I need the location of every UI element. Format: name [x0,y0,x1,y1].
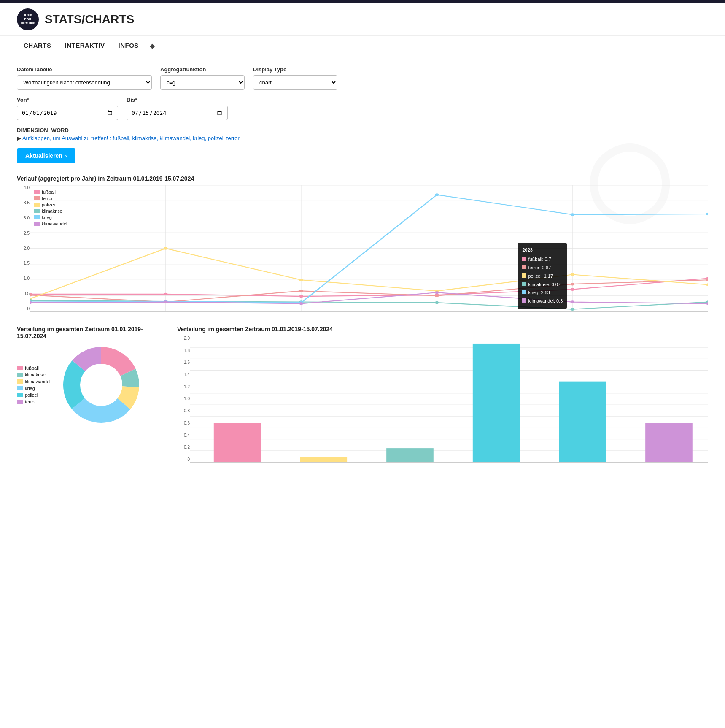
svg-point-47 [435,291,439,294]
expand-suffix: , um Auswahl zu treffen! : [50,135,111,141]
display-label: Display Type [253,66,337,73]
svg-point-41 [435,193,439,196]
bar-krieg [473,344,520,462]
header: RISEFORFUTURE STATS/CHARTS [0,3,725,36]
aggregat-select[interactable]: avg sum count min max [160,75,245,90]
update-button[interactable]: Aktualisieren › [17,148,75,163]
donut-legend-krieg: krieg [17,386,51,391]
bar-polizei [559,382,606,462]
line-chart-section: Verlauf (aggregiert pro Jahr) im Zeitrau… [17,175,708,313]
donut-legend: fußball klimakrise klimawandel krieg pol [17,365,51,404]
legend-fussball: fußball [34,189,67,195]
form-row-1: Daten/Tabelle Worthäufigkeit Nachrichten… [17,66,708,90]
logo-text: RISEFORFUTURE [21,14,35,26]
donut-title: Verteilung im gesamten Zeitraum 01.01.20… [17,326,169,339]
svg-point-30 [570,273,574,276]
bar-chart-container: 2.0 1.8 1.6 1.4 1.2 1.0 0.8 0.6 0.4 0.2 … [177,336,708,471]
dimension-title: DIMENSION: WORD [17,127,708,133]
dimension-expand: ▶ Aufklappen, um Auswahl zu treffen! : f… [17,135,708,141]
von-group: Von* [17,97,118,120]
bar-fussball [214,423,261,462]
top-bar [0,0,725,3]
nav-diamond-icon[interactable]: ◆ [146,36,159,56]
line-y-axis: 4.0 3.5 3.0 2.5 2.0 1.5 1.0 0.5 0 [17,185,30,312]
line-chart-tooltip: 2023 fußball: 0.7 terror: 0.87 polizei: … [518,243,567,309]
daten-label: Daten/Tabelle [17,66,152,73]
von-label: Von* [17,97,118,103]
aggregat-group: Aggregatfunktion avg sum count min max [160,66,245,90]
legend-color-klimawandel [34,222,40,226]
bottom-charts: Verteilung im gesamten Zeitraum 01.01.20… [17,326,708,471]
daten-select[interactable]: Worthäufigkeit Nachrichtensendung [17,75,152,90]
legend-color-klimakrise [34,209,40,213]
nav-charts[interactable]: CHARTS [17,36,58,55]
aggregat-label: Aggregatfunktion [160,66,245,73]
svg-point-36 [570,308,574,311]
svg-point-48 [570,300,574,303]
svg-point-62 [82,366,120,404]
svg-point-46 [299,302,303,305]
line-chart-title: Verlauf (aggregiert pro Jahr) im Zeitrau… [17,175,708,182]
update-label: Aktualisieren [25,152,62,159]
donut-section: Verteilung im gesamten Zeitraum 01.01.20… [17,326,169,471]
legend-klimawandel: klimawandel [34,221,67,226]
bar-section: Verteilung im gesamten Zeitraum 01.01.20… [177,326,708,471]
bar-terror [645,423,693,462]
svg-point-18 [570,288,574,290]
bis-input[interactable] [127,106,228,120]
bar-klimakrise [300,457,347,462]
bar-y-axis: 2.0 1.8 1.6 1.4 1.2 1.0 0.8 0.6 0.4 0.2 … [177,336,190,463]
dimension-section: DIMENSION: WORD ▶ Aufklappen, um Auswahl… [17,127,708,141]
svg-point-45 [164,300,168,303]
legend-color-fussball [34,190,40,194]
display-select[interactable]: chart table both [253,75,337,90]
legend-color-polizei [34,203,40,207]
donut-container: fußball klimakrise klimawandel krieg pol [17,343,169,427]
svg-point-16 [299,295,303,298]
main-nav: CHARTS INTERAKTIV INFOS ◆ [0,36,725,56]
svg-point-42 [570,213,574,216]
nav-infos[interactable]: INFOS [112,36,146,55]
keywords: fußball, klimakrise, klimawandel, krieg,… [113,135,240,141]
line-chart-svg: 2019 2020 2021 2022 2023 2024 [30,185,708,312]
controls: Daten/Tabelle Worthäufigkeit Nachrichten… [17,66,708,471]
line-chart-wrapper: fußball terror polizei klimakrise [30,185,708,313]
form-row-2: Von* Bis* [17,97,708,120]
svg-point-22 [299,290,303,292]
aufklappen-link[interactable]: Aufklappen [22,135,50,141]
bar-chart-title: Verteilung im gesamten Zeitraum 01.01.20… [177,326,708,333]
donut-legend-klimakrise: klimakrise [17,372,51,377]
legend-polizei: polizei [34,202,67,207]
line-legend: fußball terror polizei klimakrise [34,189,67,226]
donut-legend-terror: terror [17,399,51,404]
bar-inner: fußball klimakrise klimawandel krieg [190,336,708,471]
display-group: Display Type chart table both [253,66,337,90]
bis-label: Bis* [127,97,228,103]
svg-point-35 [435,301,439,304]
bar-klimawandel [386,448,434,462]
update-arrow: › [65,152,67,159]
svg-point-43 [706,213,708,215]
daten-group: Daten/Tabelle Worthäufigkeit Nachrichten… [17,66,152,90]
logo: RISEFORFUTURE [17,8,39,30]
tooltip-year: 2023 [522,246,563,254]
site-title: STATS/CHARTS [45,13,134,26]
donut-legend-polizei: polizei [17,392,51,398]
bar-svg: fußball klimakrise klimawandel krieg [190,336,708,463]
svg-point-15 [164,293,168,295]
svg-point-31 [706,283,708,286]
donut-svg [59,343,143,427]
legend-krieg: krieg [34,215,67,220]
nav-interaktiv[interactable]: INTERAKTIV [58,36,112,55]
von-input[interactable] [17,106,118,120]
legend-color-terror [34,196,40,200]
svg-point-24 [570,283,574,285]
svg-point-23 [435,294,439,297]
legend-terror: terror [34,196,67,201]
donut-legend-fussball: fußball [17,365,51,371]
legend-color-krieg [34,215,40,219]
main-content: ◯ Daten/Tabelle Worthäufigkeit Nachricht… [0,56,725,481]
svg-point-27 [164,247,168,249]
legend-klimakrise: klimakrise [34,208,67,214]
bis-group: Bis* [127,97,228,120]
